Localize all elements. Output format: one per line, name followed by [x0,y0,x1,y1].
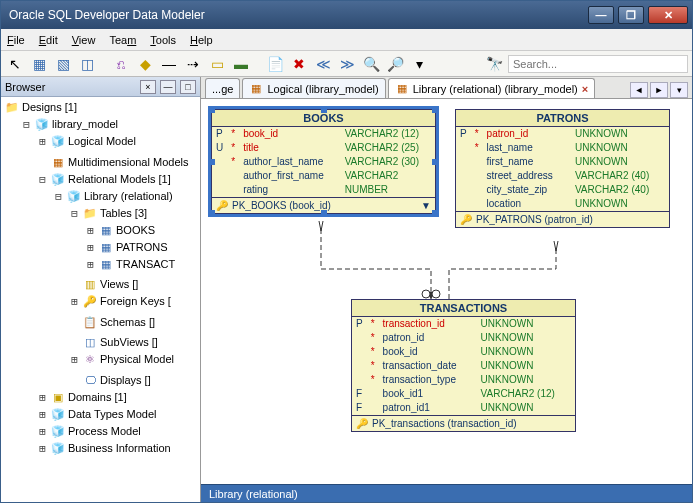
subview-icon: ◫ [83,336,97,350]
delete-icon[interactable]: ✖ [289,54,309,74]
svg-point-1 [432,290,440,298]
panel-max-icon[interactable]: □ [180,80,196,94]
connect-icon[interactable]: ⇢ [183,54,203,74]
new-doc-icon[interactable]: 📄 [265,54,285,74]
display-icon: 🖵 [83,373,97,387]
views-icon: ▥ [83,278,97,292]
box-icon[interactable]: ▭ [207,54,227,74]
entity-title: TRANSACTIONS [352,300,575,317]
tree-subviews: ◫SubViews [] [67,334,160,351]
line-icon[interactable]: — [159,54,179,74]
menu-file[interactable]: File [7,34,25,46]
browser-tree[interactable]: 📁Designs [1] ⊟🧊library_model ⊞🧊Logical M… [1,97,200,502]
table-icon: ▦ [99,257,113,271]
panel-min-icon[interactable]: — [160,80,176,94]
model-icon: 🧊 [67,189,81,203]
dropdown-icon[interactable]: ▾ [409,54,429,74]
column-list: P*book_idVARCHAR2 (12) U*titleVARCHAR2 (… [212,127,435,197]
tab-prev-icon[interactable]: ◄ [630,82,648,98]
zoom-in-icon[interactable]: 🔍 [361,54,381,74]
tab-logical[interactable]: ▦Logical (library_model) [242,78,385,98]
tree-table-transact: ⊞▦TRANSACT [83,256,177,273]
panel-close-icon[interactable]: × [140,80,156,94]
title-bar: Oracle SQL Developer Data Modeler — ❐ ✕ [1,1,692,29]
tab-next-icon[interactable]: ► [650,82,668,98]
pointer-tool-icon[interactable]: ↖ [5,54,25,74]
window-title: Oracle SQL Developer Data Modeler [9,8,584,22]
tree-business: ⊞🧊Business Information [35,440,173,457]
tree-physical: ⊞⚛Physical Model [67,351,176,368]
close-button[interactable]: ✕ [648,6,688,24]
tree-displays: 🖵Displays [] [67,372,153,389]
entity-title: PATRONS [456,110,669,127]
table-icon: ▦ [99,223,113,237]
relational-icon: 🧊 [51,172,65,186]
tree-process: ⊞🧊Process Model [35,423,143,440]
split-icon[interactable]: ◫ [77,54,97,74]
tab-ge[interactable]: ...ge [205,78,240,98]
tree-fks: ⊞🔑Foreign Keys [ [67,293,173,310]
zoom-out-icon[interactable]: 🔎 [385,54,405,74]
toolbar: ↖ ▦ ▧ ◫ ⎌ ◆ — ⇢ ▭ ▬ 📄 ✖ ≪ ≫ 🔍 🔎 ▾ 🔭 [1,51,692,77]
browser-panel: Browser × — □ 📁Designs [1] ⊟🧊library_mod… [1,77,201,502]
editor-tabbar: ...ge ▦Logical (library_model) ▦Library … [201,77,692,99]
pk-row: 🔑PK_transactions (transaction_id) [352,415,575,431]
rect-icon[interactable]: ▬ [231,54,251,74]
tree-logical-model: ⊞🧊Logical Model [35,133,138,150]
maximize-button[interactable]: ❐ [618,6,644,24]
schema-icon: 📋 [83,315,97,329]
diagram-icon: ▦ [249,82,263,96]
view-icon[interactable]: ▧ [53,54,73,74]
pk-row: 🔑PK_PATRONS (patron_id) [456,211,669,227]
minimize-button[interactable]: — [588,6,614,24]
multi-icon: ▦ [51,155,65,169]
menu-bar: File Edit View Team Tools Help [1,29,692,51]
status-bar: Library (relational) [201,484,692,502]
entity-patrons[interactable]: PATRONS P*patron_idUNKNOWN *last_nameUNK… [455,109,670,228]
tree-multidimensional: ▦Multidimensional Models [35,154,190,171]
note-icon[interactable]: ◆ [135,54,155,74]
browser-title: Browser [5,81,136,93]
diagram-canvas[interactable]: BOOKS P*book_idVARCHAR2 (12) U*titleVARC… [201,99,692,484]
table-icon: ▦ [99,240,113,254]
key-icon: 🔑 [460,214,472,225]
menu-team[interactable]: Team [109,34,136,46]
first-icon[interactable]: ≪ [313,54,333,74]
search-input[interactable] [508,55,688,73]
column-list: P*patron_idUNKNOWN *last_nameUNKNOWN fir… [456,127,669,211]
tree-library-model: ⊟🧊library_model [19,116,120,133]
types-icon: 🧊 [51,407,65,421]
folder-icon: 📁 [83,206,97,220]
diagram-icon: ▦ [395,82,409,96]
tree-library-rel: ⊟🧊Library (relational) [51,188,175,205]
process-icon: 🧊 [51,424,65,438]
tree-table-patrons: ⊞▦PATRONS [83,239,170,256]
tab-list-icon[interactable]: ▾ [670,82,688,98]
tree-designs: 📁Designs [1] [3,99,79,116]
key-icon: 🔑 [83,295,97,309]
tree-table-books: ⊞▦BOOKS [83,222,157,239]
key-icon: 🔑 [356,418,368,429]
tab-close-icon[interactable]: × [582,83,588,95]
menu-view[interactable]: View [72,34,96,46]
tree-relational: ⊟🧊Relational Models [1] [35,171,173,188]
menu-edit[interactable]: Edit [39,34,58,46]
domain-icon: ▣ [51,390,65,404]
tab-library-relational[interactable]: ▦Library (relational) (library_model)× [388,78,596,98]
svg-point-0 [422,290,430,298]
binoculars-icon[interactable]: 🔭 [484,54,504,74]
tree-schemas: 📋Schemas [] [67,314,157,331]
last-icon[interactable]: ≫ [337,54,357,74]
tree-dtm: ⊞🧊Data Types Model [35,406,158,423]
entity-transactions[interactable]: TRANSACTIONS P*transaction_idUNKNOWN *pa… [351,299,576,432]
menu-tools[interactable]: Tools [150,34,176,46]
tree-domains: ⊞▣Domains [1] [35,389,129,406]
fk-icon[interactable]: ⎌ [111,54,131,74]
table-icon[interactable]: ▦ [29,54,49,74]
status-text: Library (relational) [209,488,298,500]
design-icon: 🧊 [35,118,49,132]
menu-help[interactable]: Help [190,34,213,46]
folder-icon: 📁 [5,101,19,115]
entity-books[interactable]: BOOKS P*book_idVARCHAR2 (12) U*titleVARC… [211,109,436,214]
column-list: P*transaction_idUNKNOWN *patron_idUNKNOW… [352,317,575,415]
